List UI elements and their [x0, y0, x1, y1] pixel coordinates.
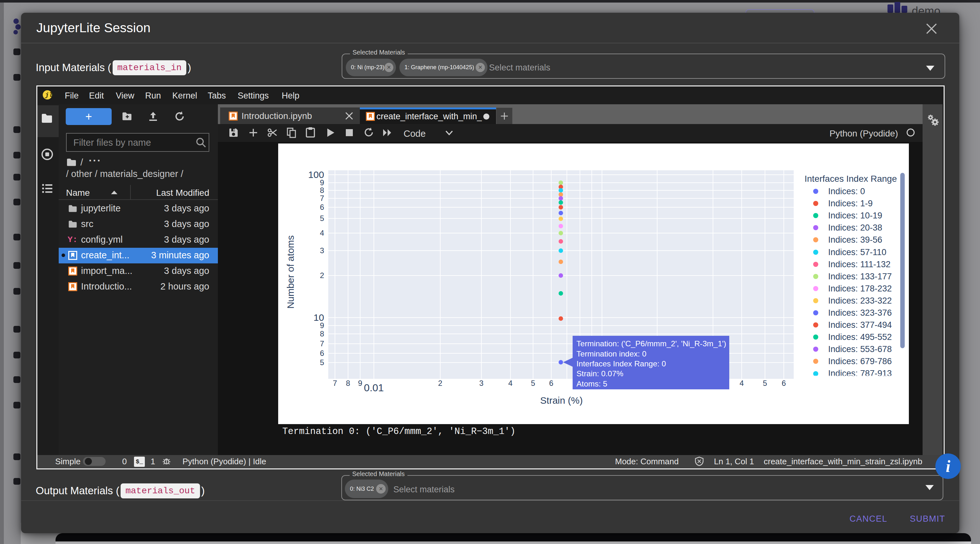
svg-text:9: 9 — [320, 321, 324, 330]
svg-text:Indices: 0: Indices: 0 — [828, 187, 865, 196]
svg-text:Indices: 323-376: Indices: 323-376 — [828, 308, 892, 317]
svg-text:5: 5 — [763, 379, 767, 387]
svg-text:Atoms: 5: Atoms: 5 — [576, 379, 608, 388]
svg-text:6: 6 — [320, 349, 324, 357]
svg-text:Indices: 10-19: Indices: 10-19 — [828, 211, 882, 220]
svg-text:0.01: 0.01 — [364, 382, 384, 393]
svg-text:5: 5 — [320, 214, 324, 222]
svg-text:9: 9 — [358, 379, 362, 387]
svg-text:6: 6 — [320, 203, 324, 211]
svg-text:2: 2 — [438, 379, 442, 387]
svg-text:5: 5 — [531, 379, 535, 387]
svg-text:3: 3 — [320, 246, 324, 255]
svg-text:6: 6 — [549, 379, 553, 387]
svg-text:Indices: 233-322: Indices: 233-322 — [828, 296, 892, 306]
svg-text:Termination: ('C_P6/mmm_2', 'N: Termination: ('C_P6/mmm_2', 'Ni_R-3m_1') — [576, 339, 726, 348]
svg-text:3: 3 — [479, 379, 483, 387]
svg-text:Interfaces Index Range: Interfaces Index Range — [805, 174, 897, 184]
svg-text:Indices: 553-678: Indices: 553-678 — [828, 344, 892, 354]
svg-text:8: 8 — [346, 379, 350, 387]
svg-text:4: 4 — [508, 379, 512, 387]
svg-text:6: 6 — [781, 379, 786, 387]
svg-text:Strain (%): Strain (%) — [540, 395, 582, 406]
svg-text:Indices: 133-177: Indices: 133-177 — [828, 272, 892, 281]
svg-text:5: 5 — [320, 358, 324, 367]
svg-text:Termination index: 0: Termination index: 0 — [576, 349, 646, 358]
svg-text:Indices: 178-232: Indices: 178-232 — [828, 284, 892, 293]
svg-text:Indices: 377-494: Indices: 377-494 — [828, 320, 892, 330]
svg-text:2: 2 — [320, 271, 324, 280]
svg-text:Strain: 0.07%: Strain: 0.07% — [576, 369, 624, 378]
svg-text:9: 9 — [320, 178, 324, 187]
svg-text:Indices: 57-110: Indices: 57-110 — [828, 247, 886, 257]
svg-text:7: 7 — [320, 194, 324, 203]
svg-text:8: 8 — [320, 329, 324, 338]
svg-text:Indices: 679-786: Indices: 679-786 — [828, 357, 892, 366]
svg-text:Indices: 495-552: Indices: 495-552 — [828, 332, 892, 342]
svg-text:Indices: 20-38: Indices: 20-38 — [828, 223, 882, 232]
svg-text:4: 4 — [320, 228, 324, 237]
svg-text:Indices: 39-56: Indices: 39-56 — [828, 235, 882, 244]
svg-text:Indices: 111-132: Indices: 111-132 — [828, 260, 891, 269]
svg-text:8: 8 — [320, 186, 324, 195]
svg-text:7: 7 — [320, 339, 324, 348]
svg-text:4: 4 — [740, 379, 744, 387]
svg-text:Number of atoms: Number of atoms — [285, 235, 296, 309]
svg-text:7: 7 — [333, 379, 337, 387]
svg-text:Indices: 1-9: Indices: 1-9 — [828, 199, 873, 208]
svg-text:Interfaces Index Range: 0: Interfaces Index Range: 0 — [576, 359, 666, 368]
